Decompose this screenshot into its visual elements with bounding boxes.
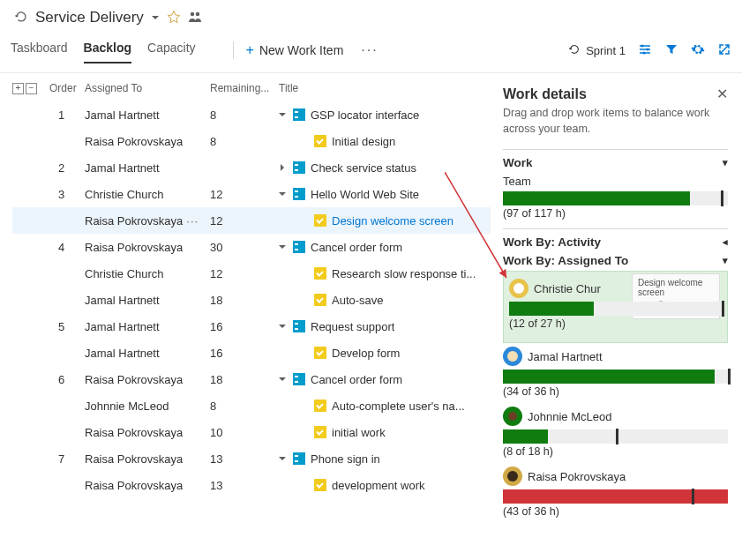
cell-remaining[interactable]: 18: [210, 294, 279, 307]
tree-toggle-icon[interactable]: [279, 376, 288, 383]
assigned-section-header[interactable]: Work By: Assigned To ▾: [503, 252, 728, 271]
cell-remaining[interactable]: 13: [210, 452, 279, 466]
cell-title[interactable]: Hello World Web Site: [279, 188, 491, 201]
cell-assigned[interactable]: Jamal Hartnett: [85, 161, 210, 175]
cell-assigned[interactable]: Christie Church: [85, 267, 210, 280]
work-item-title[interactable]: development work: [332, 479, 425, 492]
cell-remaining[interactable]: 12: [210, 214, 279, 228]
cell-remaining[interactable]: 18: [210, 373, 279, 386]
cell-title[interactable]: Design welcome screen: [279, 214, 491, 228]
cell-title[interactable]: Request support: [279, 320, 491, 333]
work-item-title[interactable]: Auto-save: [332, 294, 384, 307]
cell-assigned[interactable]: Christie Church: [85, 188, 210, 201]
work-item-title[interactable]: Hello World Web Site: [311, 188, 419, 201]
backlog-row[interactable]: Jamal Hartnett16Develop form: [12, 340, 491, 366]
cell-title[interactable]: development work: [279, 479, 491, 492]
backlog-row[interactable]: Raisa Pokrovskaya10initial work: [12, 419, 491, 445]
cell-remaining[interactable]: 8: [210, 108, 279, 122]
cell-remaining[interactable]: 12: [210, 267, 279, 280]
row-more-icon[interactable]: ···: [186, 214, 199, 228]
cell-remaining[interactable]: 10: [210, 426, 279, 439]
sprint-picker[interactable]: Sprint 1: [568, 43, 626, 58]
tab-taskboard[interactable]: Taskboard: [11, 37, 68, 63]
cell-remaining[interactable]: 8: [210, 135, 279, 148]
work-item-title[interactable]: Cancel order form: [311, 373, 402, 386]
backlog-row[interactable]: 4Raisa Pokrovskaya30Cancel order form: [12, 234, 491, 260]
cell-title[interactable]: Cancel order form: [279, 373, 491, 386]
cell-remaining[interactable]: 16: [210, 320, 279, 333]
new-work-item-button[interactable]: + New Work Item: [246, 42, 344, 58]
favorite-star-icon[interactable]: [167, 10, 181, 26]
backlog-row[interactable]: Jamal Hartnett18Auto-save: [12, 287, 491, 313]
cell-title[interactable]: initial work: [279, 426, 491, 439]
cell-remaining[interactable]: 13: [210, 479, 279, 492]
filter-icon[interactable]: [664, 42, 678, 59]
work-item-title[interactable]: Design welcome screen: [332, 214, 453, 228]
expand-all-button[interactable]: +: [12, 83, 24, 94]
cell-title[interactable]: Check service status: [279, 161, 491, 175]
column-title[interactable]: Title: [279, 82, 491, 94]
cell-title[interactable]: Auto-save: [279, 294, 491, 307]
cell-assigned[interactable]: Raisa Pokrovskaya···: [85, 214, 210, 228]
cell-remaining[interactable]: 30: [210, 241, 279, 254]
close-icon[interactable]: ✕: [716, 86, 728, 102]
cell-title[interactable]: Initial design: [279, 135, 491, 148]
fullscreen-icon[interactable]: [717, 42, 731, 59]
work-item-title[interactable]: Initial design: [332, 135, 395, 148]
cell-assigned[interactable]: Raisa Pokrovskaya: [85, 373, 210, 386]
cell-assigned[interactable]: Raisa Pokrovskaya: [85, 452, 210, 466]
cell-assigned[interactable]: Raisa Pokrovskaya: [85, 241, 210, 254]
cell-title[interactable]: Auto-complete user's na...: [279, 399, 491, 413]
cell-assigned[interactable]: Jamal Hartnett: [85, 320, 210, 333]
work-item-title[interactable]: initial work: [332, 426, 386, 439]
cell-assigned[interactable]: Johnnie McLeod: [85, 399, 210, 413]
cell-title[interactable]: Cancel order form: [279, 241, 491, 254]
backlog-row[interactable]: Raisa Pokrovskaya8Initial design: [12, 128, 491, 154]
work-item-title[interactable]: Cancel order form: [311, 241, 402, 254]
work-section-header[interactable]: Work ▾: [503, 149, 728, 173]
settings-sliders-icon[interactable]: [638, 42, 652, 59]
cell-remaining[interactable]: 16: [210, 347, 279, 360]
column-remaining[interactable]: Remaining...: [210, 82, 279, 94]
cell-title[interactable]: Develop form: [279, 347, 491, 360]
backlog-row[interactable]: Johnnie McLeod8Auto-complete user's na..…: [12, 392, 491, 419]
tree-toggle-icon[interactable]: [279, 243, 288, 250]
cell-title[interactable]: Research slow response ti...: [279, 267, 491, 280]
cell-assigned[interactable]: Jamal Hartnett: [85, 347, 210, 360]
activity-section-header[interactable]: Work By: Activity ◂: [503, 228, 728, 252]
backlog-row[interactable]: 5Jamal Hartnett16Request support: [12, 313, 491, 340]
backlog-row[interactable]: 1Jamal Hartnett8GSP locator interface: [12, 101, 491, 128]
tab-capacity[interactable]: Capacity: [147, 37, 195, 63]
cell-assigned[interactable]: Raisa Pokrovskaya: [85, 426, 210, 439]
column-assigned[interactable]: Assigned To: [85, 82, 210, 94]
backlog-row[interactable]: 2Jamal HartnettCheck service status: [12, 154, 491, 181]
cell-assigned[interactable]: Raisa Pokrovskaya: [85, 479, 210, 492]
work-item-title[interactable]: Develop form: [332, 347, 400, 360]
gear-icon[interactable]: [691, 42, 705, 59]
tree-toggle-icon[interactable]: [279, 190, 288, 198]
tree-toggle-icon[interactable]: [279, 455, 288, 462]
work-item-title[interactable]: Auto-complete user's na...: [332, 399, 465, 413]
column-order[interactable]: Order: [49, 82, 85, 94]
backlog-row[interactable]: Raisa Pokrovskaya13development work: [12, 472, 491, 498]
backlog-row[interactable]: 7Raisa Pokrovskaya13Phone sign in: [12, 445, 491, 472]
more-actions-button[interactable]: ···: [361, 42, 378, 58]
tree-toggle-icon[interactable]: [279, 111, 288, 118]
backlog-row[interactable]: Raisa Pokrovskaya···12Design welcome scr…: [12, 207, 491, 234]
tree-toggle-icon[interactable]: [279, 164, 288, 171]
cell-title[interactable]: Phone sign in: [279, 452, 491, 466]
backlog-row[interactable]: 3Christie Church12Hello World Web Site: [12, 181, 491, 207]
work-item-title[interactable]: Request support: [311, 320, 394, 333]
collapse-all-button[interactable]: −: [26, 83, 37, 94]
cell-title[interactable]: GSP locator interface: [279, 108, 491, 122]
work-item-title[interactable]: Research slow response ti...: [332, 267, 476, 280]
tab-backlog[interactable]: Backlog: [84, 37, 131, 63]
work-item-title[interactable]: GSP locator interface: [311, 108, 419, 122]
backlog-row[interactable]: Christie Church12Research slow response …: [12, 260, 491, 287]
chevron-down-icon[interactable]: [151, 11, 160, 25]
cell-remaining[interactable]: 12: [210, 188, 279, 201]
team-icon[interactable]: [188, 10, 202, 26]
cell-remaining[interactable]: 8: [210, 399, 279, 413]
work-item-title[interactable]: Phone sign in: [311, 452, 380, 466]
work-item-title[interactable]: Check service status: [311, 161, 416, 175]
